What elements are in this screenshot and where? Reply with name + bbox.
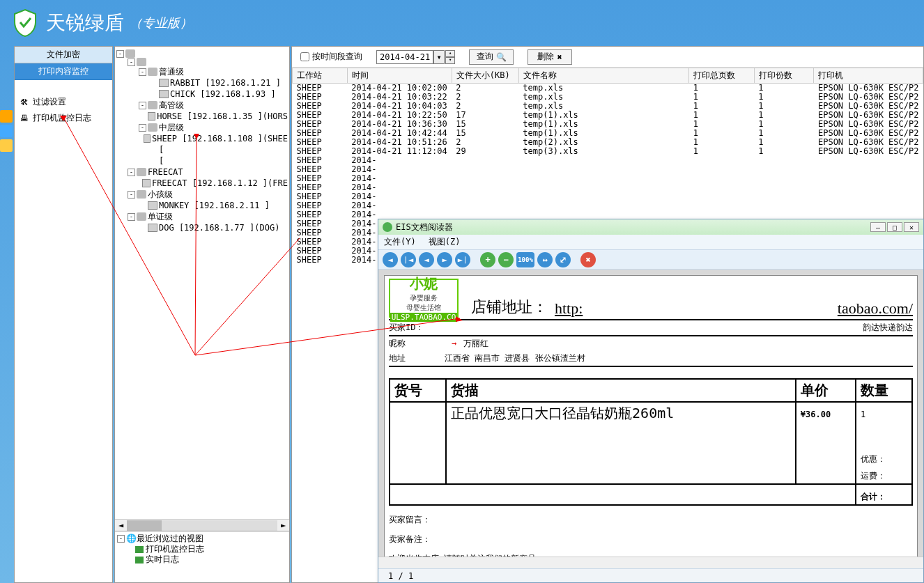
close-button[interactable]: ✕	[904, 222, 919, 232]
close-doc-icon[interactable]: ✖	[580, 252, 596, 267]
tree-row[interactable]: -小孩级	[116, 189, 288, 200]
recent-root[interactable]: -🌐 最近浏览过的视图	[117, 534, 287, 544]
tree-row[interactable]: -FREECAT	[116, 166, 288, 178]
tree-row[interactable]: -	[116, 58, 288, 66]
fit-width-icon[interactable]: ↔	[537, 252, 553, 267]
delete-button[interactable]: 删除✖	[528, 49, 572, 65]
table-row[interactable]: SHEEP2014-04-21 10:02:002temp.xls11EPSON…	[293, 84, 923, 93]
doc-viewer-toolbar: ◄ ❘◄ ◄ ► ►❘ + − 100% ↔ ⤢ ✖	[378, 250, 923, 270]
doc-viewer-window: EIS文档阅读器 — □ ✕ 文件(Y) 视图(Z) ◄ ❘◄ ◄ ► ►❘ +…	[378, 219, 924, 583]
tree-panel: ---普通级RABBIT [192.168.1.21 ]CHICK [192.1…	[114, 46, 290, 583]
date-dropdown-btn[interactable]: ▾	[433, 50, 445, 64]
tree-row[interactable]: FREECAT [192.168.1.12 ](FRE	[116, 178, 288, 189]
tree-expand-icon[interactable]: -	[128, 59, 135, 66]
group-icon	[125, 49, 135, 58]
menu-view[interactable]: 视图(Z)	[429, 236, 461, 248]
col-header[interactable]: 文件名称	[518, 68, 688, 84]
col-header[interactable]: 时间	[347, 68, 452, 84]
menu-file[interactable]: 文件(Y)	[384, 236, 416, 248]
shop-logo: 小妮 孕婴服务 母婴生活馆 ULSP.TAOBAO.CO	[389, 279, 459, 318]
desktop-shortcuts	[0, 108, 14, 154]
table-row[interactable]: SHEEP2014-	[293, 174, 923, 183]
tree-row[interactable]: -高管级	[116, 100, 288, 111]
tree-expand-icon[interactable]: -	[139, 68, 146, 76]
date-input[interactable]	[376, 50, 433, 64]
recent-item[interactable]: 实时日志	[117, 554, 287, 565]
nav-back-icon[interactable]: ◄	[383, 252, 398, 267]
desktop-icon[interactable]	[0, 139, 13, 152]
nav-first-icon[interactable]: ❘◄	[401, 252, 416, 267]
tree-expand-icon[interactable]: -	[128, 213, 135, 221]
tree-body[interactable]: ---普通级RABBIT [192.168.1.21 ]CHICK [192.1…	[115, 47, 289, 519]
col-header[interactable]: 打印机	[814, 68, 923, 84]
desktop-icon[interactable]	[0, 125, 13, 137]
table-row[interactable]: SHEEP2014-04-21 11:12:0429temp(3).xls11E…	[293, 147, 923, 156]
tree-row[interactable]: [	[116, 144, 288, 155]
maximize-button[interactable]: □	[887, 222, 902, 232]
left-panel: 文件加密 打印内容监控 🛠过滤设置 🖶打印机监控日志	[14, 46, 113, 583]
date-down[interactable]: ▾	[445, 57, 455, 64]
tree-expand-icon[interactable]: -	[139, 124, 146, 132]
tree-h-scrollbar[interactable]: ◄ ►	[115, 519, 289, 531]
nav-last-icon[interactable]: ►❘	[455, 252, 470, 267]
tree-row[interactable]: [	[116, 155, 288, 166]
tree-expand-icon[interactable]: -	[128, 169, 135, 176]
tree-row[interactable]: CHICK [192.168.1.93 ]	[116, 88, 288, 100]
minimize-button[interactable]: —	[870, 222, 886, 232]
query-button[interactable]: 查询🔍	[469, 49, 514, 65]
link-print-log[interactable]: 🖶打印机监控日志	[20, 110, 107, 126]
doc-body[interactable]: 小妮 孕婴服务 母婴生活馆 ULSP.TAOBAO.CO 店铺地址： http:…	[378, 270, 923, 557]
pc-icon	[159, 79, 169, 87]
col-header[interactable]: 打印份数	[754, 68, 814, 84]
tree-row[interactable]: HORSE [192.168.1.35 ](HORS	[116, 111, 288, 122]
tree-row[interactable]: -中层级	[116, 122, 288, 133]
tree-row[interactable]: -单证级	[116, 211, 288, 222]
tree-row[interactable]: -普通级	[116, 66, 288, 77]
tree-row[interactable]: RABBIT [192.168.1.21 ]	[116, 77, 288, 88]
chk-date-range[interactable]: 按时间段查询	[300, 51, 362, 63]
desktop-icon[interactable]	[0, 110, 13, 123]
table-row[interactable]: SHEEP2014-	[293, 156, 923, 165]
table-row[interactable]: SHEEP2014-	[293, 192, 923, 201]
doc-viewer-titlebar[interactable]: EIS文档阅读器 — □ ✕	[378, 219, 923, 235]
fit-page-icon[interactable]: ⤢	[555, 252, 571, 267]
table-row[interactable]: SHEEP2014-	[293, 201, 923, 210]
tab-print-monitor[interactable]: 打印内容监控	[15, 63, 112, 80]
tree-row[interactable]: SHEEP [192.168.1.108 ](SHEE	[116, 133, 288, 144]
tree-row[interactable]: -	[116, 49, 288, 58]
filter-bar: 按时间段查询 ▾ ▴▾ 查询🔍 删除✖	[292, 47, 923, 68]
tab-file-encrypt[interactable]: 文件加密	[15, 47, 112, 63]
tree-expand-icon[interactable]: -	[116, 50, 124, 58]
recent-panel: -🌐 最近浏览过的视图 打印机监控日志 实时日志	[115, 531, 289, 582]
log-icon	[135, 546, 144, 553]
zoom-out-icon[interactable]: −	[498, 252, 514, 267]
pc-icon	[148, 224, 157, 232]
nav-next-icon[interactable]: ►	[437, 252, 452, 267]
recent-item[interactable]: 打印机监控日志	[117, 544, 287, 554]
date-picker[interactable]: ▾ ▴▾	[376, 50, 455, 64]
group-icon	[137, 212, 146, 221]
pc-icon	[159, 90, 169, 98]
col-header[interactable]: 打印总页数	[689, 68, 754, 84]
item-table: 货号货描单价数量 正品优恩宽口大口径晶钻奶瓶260ml ¥36.00 1优惠：运…	[389, 378, 913, 506]
col-header[interactable]: 工作站	[293, 68, 348, 84]
date-up[interactable]: ▴	[445, 50, 455, 57]
zoom-in-icon[interactable]: +	[480, 252, 495, 267]
tree-row[interactable]: DOG [192.168.1.77 ](DOG)	[116, 222, 288, 233]
nav-prev-icon[interactable]: ◄	[419, 252, 434, 267]
group-icon	[148, 123, 157, 132]
table-row[interactable]: SHEEP2014-	[293, 183, 923, 192]
col-header[interactable]: 文件大小(KB)	[452, 68, 518, 84]
zoom-100-icon[interactable]: 100%	[516, 252, 534, 267]
app-icon	[383, 222, 392, 232]
doc-viewer-title: EIS文档阅读器	[396, 221, 453, 233]
log-icon	[135, 557, 144, 563]
filter-icon: 🛠	[20, 98, 30, 107]
group-icon	[137, 190, 146, 199]
doc-h-scrollbar[interactable]	[378, 557, 923, 568]
link-filter-settings[interactable]: 🛠过滤设置	[20, 94, 107, 110]
tree-expand-icon[interactable]: -	[128, 191, 135, 199]
tree-row[interactable]: MONKEY [192.168.2.11 ]	[116, 200, 288, 211]
table-row[interactable]: SHEEP2014-	[293, 165, 923, 174]
tree-expand-icon[interactable]: -	[139, 102, 146, 109]
